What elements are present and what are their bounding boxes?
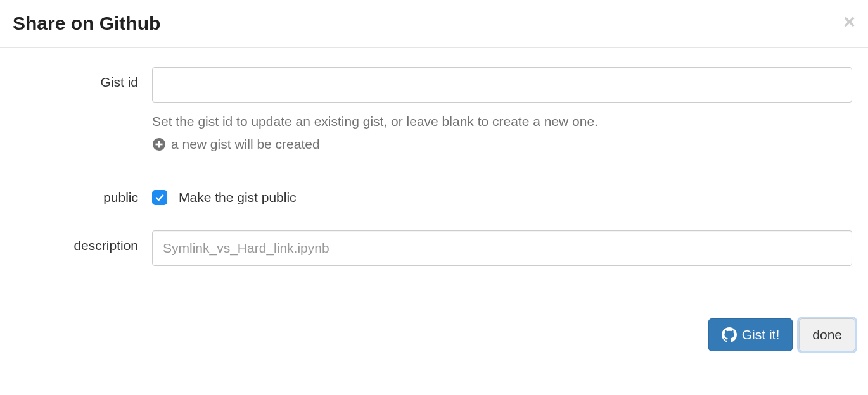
gist-id-help-line1: Set the gist id to update an existing gi… (152, 110, 852, 133)
public-label: public (13, 190, 152, 205)
gist-it-button[interactable]: Gist it! (708, 318, 793, 351)
checkmark-icon (155, 192, 165, 203)
modal-title: Share on Github (13, 13, 855, 34)
plus-circle-icon (152, 137, 166, 151)
gist-id-input[interactable] (152, 67, 852, 103)
gist-id-row: Gist id Set the gist id to update an exi… (13, 67, 855, 155)
description-label: description (13, 230, 152, 253)
public-row: public Make the gist public (13, 190, 855, 205)
gist-id-label: Gist id (13, 67, 152, 90)
description-input[interactable] (152, 230, 852, 266)
close-icon: × (843, 10, 855, 33)
gist-id-help-line2: a new gist will be created (171, 133, 320, 156)
description-control-wrap (152, 230, 855, 266)
gist-id-help-line2-wrap: a new gist will be created (152, 133, 852, 156)
public-checkbox[interactable] (152, 190, 167, 205)
modal-body: Gist id Set the gist id to update an exi… (0, 48, 868, 304)
modal-footer: Gist it! done (0, 304, 868, 365)
done-button-label: done (812, 327, 842, 342)
description-row: description (13, 230, 855, 266)
gist-id-control-wrap: Set the gist id to update an existing gi… (152, 67, 855, 155)
done-button[interactable]: done (799, 318, 855, 351)
modal-header: Share on Github × (0, 0, 868, 48)
svg-rect-2 (156, 143, 163, 145)
public-checkbox-wrap: Make the gist public (152, 190, 297, 205)
gist-id-help: Set the gist id to update an existing gi… (152, 110, 852, 155)
public-checkbox-label: Make the gist public (179, 190, 297, 205)
github-icon (722, 327, 737, 342)
gist-it-button-label: Gist it! (742, 327, 780, 342)
close-button[interactable]: × (843, 11, 855, 32)
